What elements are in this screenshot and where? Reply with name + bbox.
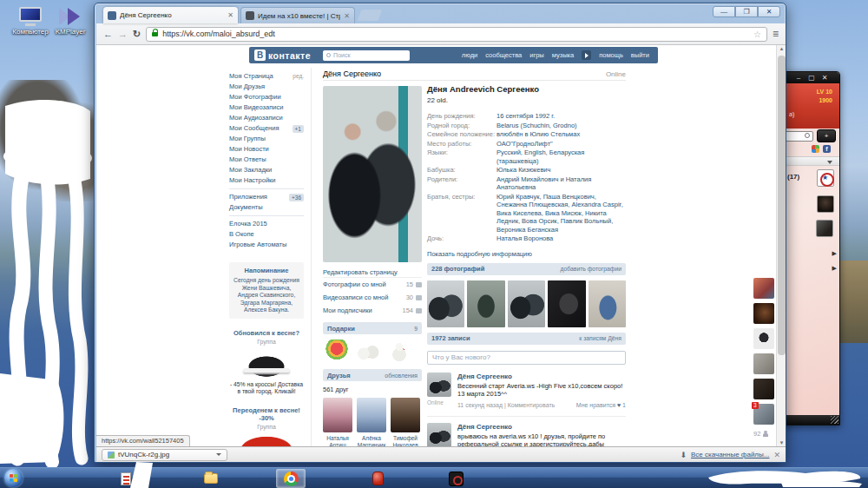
vk-search-input[interactable]: Поиск: [323, 50, 410, 61]
menu-item-app-elochka[interactable]: Ёлочка 2015: [229, 219, 304, 229]
status-input[interactable]: [427, 351, 626, 365]
nav-people[interactable]: люди: [462, 51, 477, 59]
services-grid-icon[interactable]: [812, 145, 819, 153]
maximize-button[interactable]: ❐: [735, 6, 758, 17]
like-button[interactable]: Мне нравится: [576, 402, 615, 408]
photo-thumb[interactable]: [427, 280, 464, 327]
menu-item-app-slots[interactable]: Игровые Автоматы: [229, 240, 304, 250]
taskbar-item-explorer[interactable]: [196, 469, 226, 488]
post-avatar[interactable]: [427, 373, 451, 397]
ad-sneaker-image[interactable]: [234, 348, 299, 378]
chrome-menu-icon[interactable]: ≡: [773, 28, 779, 40]
friends-updates-link[interactable]: обновления: [385, 373, 418, 379]
contact-avatar[interactable]: [817, 195, 834, 213]
close-button[interactable]: ✕: [758, 6, 780, 17]
friends-header[interactable]: Друзьяобновления: [323, 369, 422, 381]
photo-thumb[interactable]: [589, 280, 626, 327]
start-button[interactable]: [4, 469, 23, 487]
online-friend-avatar[interactable]: [753, 303, 774, 324]
nav-games[interactable]: игры: [529, 51, 544, 59]
menu-item-settings[interactable]: Мои Настройки: [229, 175, 304, 186]
online-friend-avatar[interactable]: [753, 278, 774, 299]
new-tab-button[interactable]: [358, 10, 383, 21]
add-photos-link[interactable]: добавить фотографии: [561, 266, 621, 272]
menu-item-news[interactable]: Мои Новости: [229, 144, 304, 155]
gifts-header[interactable]: Подарки9: [323, 322, 422, 334]
page-scrollbar[interactable]: ▲ ▼: [776, 45, 786, 446]
expand-arrow-icon[interactable]: ▶: [832, 265, 837, 272]
contact-avatar[interactable]: [817, 169, 834, 187]
post-author-link[interactable]: Дёня Сергеенко: [457, 373, 626, 380]
tab-close-icon[interactable]: ✕: [227, 11, 233, 19]
friend-cell[interactable]: ТимофейНиколаев: [391, 398, 420, 446]
menu-item-documents[interactable]: Документы: [229, 202, 304, 213]
followers-row[interactable]: Мои подписчики154: [323, 304, 422, 317]
expand-arrow-icon[interactable]: ▶: [832, 250, 837, 257]
online-friend-avatar[interactable]: 3: [753, 404, 774, 425]
gift-valentine[interactable]: [325, 340, 349, 364]
edit-link[interactable]: ред.: [293, 71, 304, 82]
taskbar-item-chrome[interactable]: [276, 469, 306, 488]
taskbar-item-dark-app[interactable]: [441, 469, 470, 488]
resize-grip[interactable]: [831, 416, 838, 424]
chevron-down-icon[interactable]: [216, 453, 221, 456]
friend-cell[interactable]: АлёнкаМартинчик: [357, 398, 386, 446]
photo-thumb[interactable]: [508, 280, 545, 327]
minimize-button[interactable]: —: [713, 6, 735, 17]
taskbar-item-document[interactable]: [111, 469, 141, 488]
bookmark-star-icon[interactable]: ☆: [753, 30, 761, 39]
vk-logo[interactable]: В контакте: [254, 49, 311, 61]
close-downloads-icon[interactable]: ✕: [773, 451, 780, 459]
show-more-link[interactable]: Показать подробную информацию: [427, 250, 626, 258]
browser-tab-active[interactable]: Дёня Сергеенко ✕: [103, 7, 238, 23]
wall-header[interactable]: 1972 записи к записям Дёня: [427, 333, 626, 345]
scroll-up-icon[interactable]: ▲: [778, 46, 786, 51]
edit-page-link[interactable]: Редактировать страницу: [323, 267, 422, 278]
ad-jacket-image[interactable]: [234, 433, 299, 447]
menu-item-apps[interactable]: Приложения+36: [229, 192, 304, 202]
videos-with-me-row[interactable]: Видеозаписи со мной30: [323, 291, 422, 304]
post-author-link[interactable]: Дёня Сергеенко: [457, 423, 626, 431]
profile-photo[interactable]: [323, 86, 422, 262]
gift-bears[interactable]: [356, 340, 380, 364]
taskbar-item-red-app[interactable]: [363, 469, 392, 488]
tab-close-icon[interactable]: ✕: [344, 12, 350, 20]
close-icon[interactable]: ✕: [820, 75, 829, 82]
scrollbar-thumb[interactable]: [778, 56, 786, 355]
facebook-icon[interactable]: f: [823, 145, 831, 153]
maximize-icon[interactable]: ▢: [807, 75, 816, 82]
show-all-downloads-link[interactable]: Все скачанные файлы...: [691, 451, 769, 458]
minimize-icon[interactable]: –: [794, 75, 803, 82]
address-bar[interactable]: https://vk.com/maloi_absurd_edt ☆: [146, 27, 767, 42]
forward-icon[interactable]: →: [118, 29, 128, 39]
post-avatar[interactable]: [427, 423, 451, 447]
comment-link[interactable]: Комментировать: [508, 402, 556, 408]
nav-logout[interactable]: выйти: [631, 51, 649, 59]
download-item[interactable]: tVUnqCk-r2g.jpg: [102, 449, 227, 461]
back-icon[interactable]: ←: [103, 29, 113, 39]
photos-with-me-row[interactable]: Фотографии со мной15: [323, 278, 422, 291]
refresh-icon[interactable]: ↻: [133, 29, 141, 40]
menu-item-audios[interactable]: Мои Аудиозаписи: [229, 113, 304, 123]
menu-item-friends[interactable]: Мои Друзья: [229, 82, 304, 92]
browser-tab-inactive[interactable]: Идем на x10 вместе! | Стр ✕: [240, 7, 355, 23]
friend-cell[interactable]: НатальяАртиш: [323, 398, 352, 446]
menu-item-groups[interactable]: Мои Группы: [229, 134, 304, 144]
menu-item-bookmarks[interactable]: Мои Закладки: [229, 165, 304, 175]
ad-title[interactable]: Обновился к весне?: [229, 329, 304, 337]
audio-play-icon[interactable]: [582, 50, 591, 60]
add-contact-button[interactable]: +: [817, 129, 836, 142]
nav-music[interactable]: музыка: [552, 51, 574, 59]
photos-header[interactable]: 228 фотографий добавить фотографии: [427, 263, 626, 275]
scroll-down-icon[interactable]: ▼: [778, 440, 786, 445]
menu-item-messages[interactable]: Мои Сообщения+1: [229, 123, 304, 134]
gift-polar-bear[interactable]: [387, 340, 411, 364]
ad-title[interactable]: Переоденем к весне!: [229, 406, 304, 414]
wall-link[interactable]: к записям Дёня: [579, 335, 621, 341]
online-friend-avatar[interactable]: [753, 353, 774, 374]
menu-item-my-page[interactable]: Моя Страницаред.: [229, 71, 304, 82]
menu-item-photos[interactable]: Мои Фотографии: [229, 92, 304, 102]
menu-item-app-vokope[interactable]: В Окопе: [229, 229, 304, 240]
online-friend-avatar[interactable]: [753, 328, 774, 349]
photo-thumb[interactable]: [467, 280, 504, 327]
